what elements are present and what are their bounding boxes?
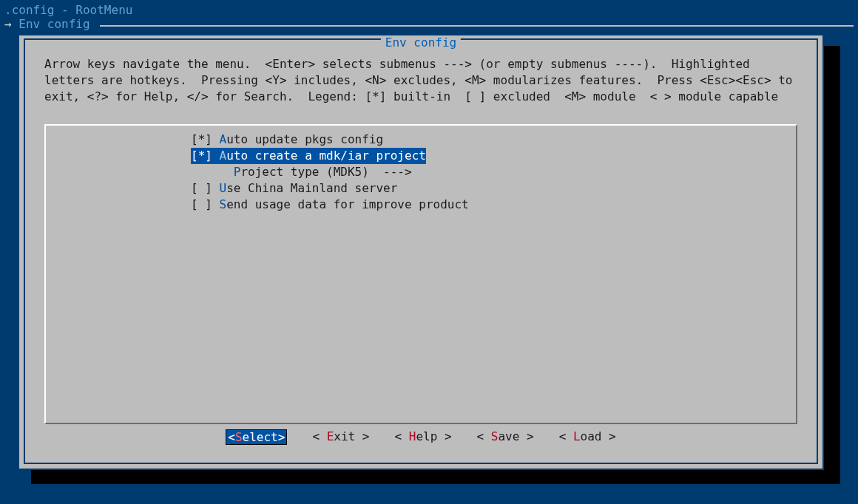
breadcrumb-rule xyxy=(100,25,854,27)
button-load[interactable]: < Load > xyxy=(559,429,616,445)
button-save[interactable]: < Save > xyxy=(477,429,534,445)
menu-item-label: se China Mainland server xyxy=(226,181,397,195)
menu-item-hotkey: U xyxy=(220,181,227,195)
button-hotkey: E xyxy=(327,429,334,443)
menu-item-label: uto create a mdk/iar project xyxy=(226,149,426,163)
menu-item-label: end usage data for improve product xyxy=(226,197,469,211)
menu-item-2[interactable]: Project type (MDK5) ---> xyxy=(191,164,796,180)
menu-item-marker: [*] xyxy=(191,149,220,163)
button-hotkey: S xyxy=(491,429,499,443)
menu-item-0[interactable]: [*] Auto update pkgs config xyxy=(191,132,796,148)
dialog-border: Env config Arrow keys navigate the menu.… xyxy=(24,38,818,464)
menu-list[interactable]: [*] Auto update pkgs config[*] Auto crea… xyxy=(44,124,797,424)
menu-item-1[interactable]: [*] Auto create a mdk/iar project xyxy=(191,148,426,164)
menu-item-marker: [*] xyxy=(191,132,220,146)
breadcrumb: → Env config xyxy=(0,17,858,32)
menu-item-marker: [ ] xyxy=(191,197,220,211)
menu-item-hotkey: A xyxy=(220,132,227,146)
menu-item-4[interactable]: [ ] Send usage data for improve product xyxy=(191,197,796,213)
menu-item-label: uto update pkgs config xyxy=(226,132,383,146)
menu-item-3[interactable]: [ ] Use China Mainland server xyxy=(191,180,796,197)
breadcrumb-label: Env config xyxy=(18,17,89,32)
menu-item-marker: [ ] xyxy=(191,181,220,195)
button-help[interactable]: < Help > xyxy=(394,429,451,445)
button-bar: <Select>< Exit >< Help >< Save >< Load > xyxy=(25,429,817,445)
button-hotkey: L xyxy=(573,429,581,443)
dialog-title: Env config xyxy=(381,37,461,49)
menu-item-hotkey: P xyxy=(234,165,241,179)
menu-item-marker xyxy=(191,165,234,179)
menu-item-hotkey: S xyxy=(220,197,227,211)
app-title: .config - RootMenu xyxy=(0,0,858,17)
button-select[interactable]: <Select> xyxy=(226,429,287,445)
breadcrumb-arrow-icon: → xyxy=(4,17,18,32)
button-hotkey: H xyxy=(409,429,416,443)
env-config-dialog: Env config Arrow keys navigate the menu.… xyxy=(18,34,824,470)
menu-item-hotkey: A xyxy=(220,149,227,163)
button-hotkey: S xyxy=(235,430,243,444)
help-text: Arrow keys navigate the menu. <Enter> se… xyxy=(44,56,797,105)
button-exit[interactable]: < Exit > xyxy=(312,429,369,445)
menu-item-label: roject type (MDK5) ---> xyxy=(240,165,411,179)
